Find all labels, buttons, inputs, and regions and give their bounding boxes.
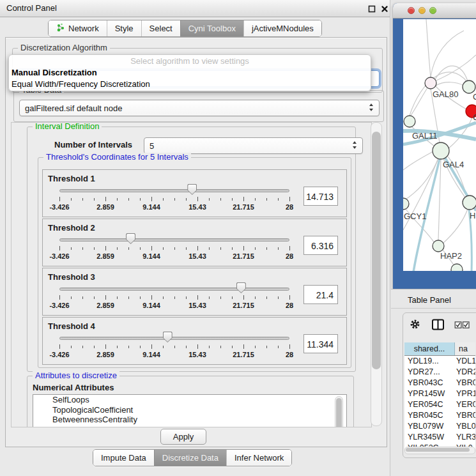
network-edge[interactable]: [436, 55, 476, 81]
network-edge[interactable]: [426, 19, 431, 77]
stepper-arrows-icon[interactable]: [352, 141, 357, 151]
tab-select[interactable]: Select: [141, 20, 180, 36]
threshold-slider[interactable]: -3.4262.8599.14415.4321.71528: [59, 170, 289, 217]
tab-discretize-data[interactable]: Discretize Data: [154, 450, 226, 466]
control-panel-titlebar: Control Panel: [0, 0, 390, 17]
table-row[interactable]: YBR043C YBR0: [404, 378, 475, 388]
slider-handle[interactable]: [163, 332, 173, 342]
threshold-value-field[interactable]: 6.316: [303, 236, 338, 255]
network-node[interactable]: [463, 81, 475, 93]
close-window-icon[interactable]: [408, 7, 415, 14]
slider-handle[interactable]: [236, 282, 246, 293]
table-row[interactable]: YDR27... YDR2: [404, 367, 475, 378]
threshold-slider[interactable]: -3.4262.8599.14415.4321.71528: [59, 318, 289, 364]
list-scrollbar[interactable]: [335, 396, 343, 427]
network-edge[interactable]: [438, 159, 441, 240]
tab-network[interactable]: Network: [49, 20, 107, 36]
network-node[interactable]: [433, 142, 449, 159]
slider-track[interactable]: [59, 238, 289, 242]
threshold-slider[interactable]: -3.4262.8599.14415.4321.71528: [59, 268, 289, 315]
slider-tick: [163, 346, 164, 348]
close-icon[interactable]: [381, 5, 388, 13]
divider: [391, 308, 476, 309]
network-edge[interactable]: [436, 82, 464, 86]
tab-cyni-toolbox[interactable]: Cyni Toolbox: [180, 20, 243, 36]
select-columns-checkboxes-icon[interactable]: [454, 321, 470, 331]
table-row[interactable]: YER054C YER0: [404, 399, 475, 410]
column-header-shared-name[interactable]: shared...: [404, 342, 455, 355]
network-view-window[interactable]: GAL80GACGAL11GAL4GCY1HHAP2: [393, 3, 476, 289]
number-of-intervals-value: 5: [150, 141, 154, 151]
dropdown-option-manual-discretization[interactable]: Manual Discretization: [9, 67, 371, 79]
network-node[interactable]: [463, 196, 476, 210]
cell-shared-name: YER054C: [404, 399, 454, 410]
zoom-window-icon[interactable]: [429, 7, 436, 14]
network-edge[interactable]: [431, 31, 464, 77]
network-edge[interactable]: [403, 151, 433, 170]
table-horizontal-scrollbar[interactable]: [404, 447, 475, 454]
slider-tick: [289, 197, 290, 201]
threshold-row: Threshold 2 -3.4262.8599.14415.4321.7152…: [42, 219, 347, 266]
network-node[interactable]: [425, 77, 436, 89]
tab-jactivemnodules[interactable]: jActiveMNodules: [243, 20, 321, 36]
network-node-label: C: [473, 112, 476, 122]
settings-scrollbar[interactable]: [371, 122, 382, 426]
slider-track[interactable]: [59, 337, 289, 340]
slider-handle[interactable]: [126, 233, 135, 244]
network-node[interactable]: [403, 198, 409, 210]
network-edge[interactable]: [443, 209, 468, 243]
slider-tick: [289, 344, 290, 349]
table-row[interactable]: YLR345W YLR3: [404, 432, 475, 443]
slider-tick: [174, 296, 175, 299]
network-canvas[interactable]: GAL80GACGAL11GAL4GCY1HHAP2: [403, 19, 476, 271]
network-node[interactable]: [451, 264, 463, 271]
table-panel-title: Table Panel: [408, 295, 451, 305]
threshold-value-field[interactable]: 14.713: [303, 187, 338, 206]
tab-infer-network[interactable]: Infer Network: [226, 450, 291, 466]
tab-label: Impute Data: [101, 453, 146, 463]
network-edge[interactable]: [404, 158, 438, 201]
slider-tick: [140, 198, 141, 201]
table-row[interactable]: YBR045C YBR0: [404, 410, 475, 421]
slider-tick: [255, 247, 256, 250]
group-title: Discretization Algorithm: [18, 43, 110, 52]
table-row[interactable]: YPR145W YPR1: [404, 388, 475, 399]
tab-impute-data[interactable]: Impute Data: [93, 450, 154, 466]
dropdown-option-equal-width-frequency[interactable]: Equal Width/Frequency Discretization: [9, 79, 371, 90]
slider-tick: [220, 198, 221, 201]
float-icon[interactable]: [368, 5, 376, 13]
slider-track[interactable]: [59, 288, 289, 291]
numerical-attributes-list[interactable]: SelfLoopsTopologicalCoefficientBetweenne…: [33, 394, 347, 427]
slider-tick: [255, 198, 256, 201]
slider-handle[interactable]: [187, 184, 197, 195]
attribute-list-item[interactable]: TopologicalCoefficient: [33, 405, 346, 415]
table-data-combobox[interactable]: galFiltered.sif default node: [19, 100, 380, 116]
network-node[interactable]: [404, 116, 415, 127]
apply-button[interactable]: Apply: [160, 429, 206, 445]
attribute-list-item[interactable]: SelfLoops: [33, 395, 346, 405]
table-row[interactable]: YBL079W YBL0: [404, 421, 475, 432]
table-row[interactable]: YDL19... YDL1: [404, 356, 475, 367]
control-panel: Control Panel: [0, 0, 390, 476]
network-window-titlebar[interactable]: [393, 3, 476, 19]
threshold-value-field[interactable]: 11.344: [303, 334, 338, 353]
attribute-list-item[interactable]: BetweennessCentrality: [33, 415, 346, 425]
stepper-arrows-icon[interactable]: [369, 103, 374, 114]
slider-tick: [186, 247, 187, 250]
threshold-slider[interactable]: -3.4262.8599.14415.4321.71528: [59, 219, 289, 266]
scrollbar-thumb[interactable]: [372, 132, 381, 369]
settings-gear-icon[interactable]: [410, 319, 420, 332]
scrollbar-thumb[interactable]: [406, 448, 470, 452]
minimize-window-icon[interactable]: [418, 7, 426, 14]
column-header-name[interactable]: na: [455, 342, 475, 355]
slider-tick: [266, 346, 267, 348]
slider-tick: [151, 246, 152, 250]
dropdown-prompt: Select algorithm to view settings: [9, 55, 371, 67]
network-node[interactable]: [433, 240, 444, 252]
tab-style[interactable]: Style: [107, 20, 141, 36]
numerical-attributes-label: Numerical Attributes: [33, 383, 114, 392]
scrollbar-thumb[interactable]: [336, 398, 342, 427]
threshold-value-field[interactable]: 21.4: [303, 285, 338, 304]
slider-track[interactable]: [59, 189, 289, 192]
column-layout-icon[interactable]: [431, 319, 445, 332]
